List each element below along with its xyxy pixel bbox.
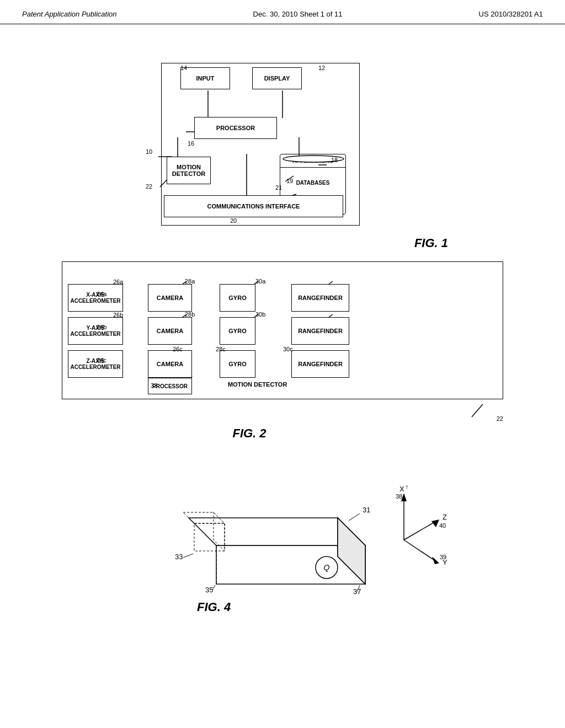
svg-text:↑: ↑ [405,483,408,491]
ref-21: 21 [275,184,282,191]
fig1-motion-detector-box: MOTION DETECTOR [167,157,211,184]
ref-28b: 28b [185,311,195,318]
ref-20: 20 [230,217,237,224]
svg-line-47 [183,554,193,558]
page-header: Patent Application Publication Dec. 30, … [0,0,565,24]
svg-line-38 [404,521,437,540]
fig2-gyro-c: GYRO [220,350,255,378]
fig4-label: FIG. 4 [197,600,231,614]
svg-text:39: 39 [440,554,446,560]
fig2-motion-detector-label: MOTION DETECTOR [228,381,287,388]
ref-28c: 28c [216,346,226,352]
fig1-label: FIG. 1 [414,236,448,250]
ref-24b: 24b [97,324,106,330]
fig4-wrapper: Q 31 33 35 37 X ↑ 38 Y 39 Z 40 [89,446,476,617]
ref-10: 10 [146,148,152,155]
ref-30c: 30c [283,346,293,352]
fig2-22-ref-area: 22 [62,402,503,423]
svg-text:35: 35 [205,586,213,594]
ref-24c: 24c [97,357,106,363]
fig2-wrapper: X-AXIS ACCELEROMETER CAMERA GYRO RANGEFI… [62,261,503,399]
header-right: US 2010/328201 A1 [479,10,543,18]
ref-26b: 26b [113,312,123,318]
ref-30a: 30a [255,278,265,285]
fig2-label: FIG. 2 [232,426,266,441]
fig1-processor-box: PROCESSOR [194,117,277,139]
main-content: INPUT DISPLAY PROCESSOR MOTION DETECTOR … [0,24,565,628]
fig2-container: X-AXIS ACCELEROMETER CAMERA GYRO RANGEFI… [22,261,543,441]
svg-marker-37 [432,556,439,564]
fig2-rangefinder-b: RANGEFINDER [291,317,349,345]
ref-24a: 24a [97,291,106,297]
svg-text:Q: Q [324,563,330,572]
svg-text:40: 40 [439,522,446,529]
svg-text:31: 31 [363,506,370,514]
ref-22: 22 [146,183,152,190]
ref-30b: 30b [255,311,265,318]
svg-line-45 [349,513,360,521]
fig4-container: Q 31 33 35 37 X ↑ 38 Y 39 Z 40 [22,446,543,617]
fig2-camera-a: CAMERA [148,284,192,312]
ref-19: 19 [286,178,293,184]
svg-line-36 [404,540,437,562]
fig1-wrapper: INPUT DISPLAY PROCESSOR MOTION DETECTOR … [122,46,443,256]
svg-text:33: 33 [175,553,183,561]
fig1-display-box: DISPLAY [252,67,302,89]
fig1-container: INPUT DISPLAY PROCESSOR MOTION DETECTOR … [22,46,543,256]
svg-text:38: 38 [396,493,402,500]
fig2-area: X-AXIS ACCELEROMETER CAMERA GYRO RANGEFI… [62,261,503,423]
fig1-input-box: INPUT [180,67,230,89]
fig2-camera-b: CAMERA [148,317,192,345]
svg-text:X: X [399,485,404,493]
svg-line-26 [472,404,483,417]
ref-26c: 26c [173,346,183,352]
fig2-gyro-b: GYRO [220,317,255,345]
ref-16: 16 [188,140,194,147]
fig2-z-accel: Z-AXIS ACCELEROMETER [68,350,123,378]
fig2-connections [62,262,503,399]
ref-14: 14 [180,65,187,71]
fig1-comms-box: COMMUNICATIONS INTERFACE [164,195,343,217]
fig2-y-accel: Y-AXIS ACCELEROMETER [68,317,123,345]
fig2-camera-c: CAMERA [148,350,192,378]
ref-22-fig2: 22 [497,415,503,422]
header-left: Patent Application Publication [22,10,117,18]
ref-26a: 26a [113,279,123,285]
ref-12: 12 [318,65,325,71]
ref-18: 18 [331,157,338,163]
ref-32: 32 [151,382,157,389]
fig2-22-arrow [450,402,494,421]
svg-text:Z: Z [443,513,447,521]
fig2-x-accel: X-AXIS ACCELEROMETER [68,284,123,312]
fig2-rangefinder-a: RANGEFINDER [291,284,349,312]
fig2-rangefinder-c: RANGEFINDER [291,350,349,378]
fig4-svg: Q 31 33 35 37 X ↑ 38 Y 39 Z 40 [89,446,476,617]
header-center: Dec. 30, 2010 Sheet 1 of 11 [253,10,343,18]
ref-28a: 28a [185,278,195,285]
fig2-gyro-a: GYRO [220,284,255,312]
